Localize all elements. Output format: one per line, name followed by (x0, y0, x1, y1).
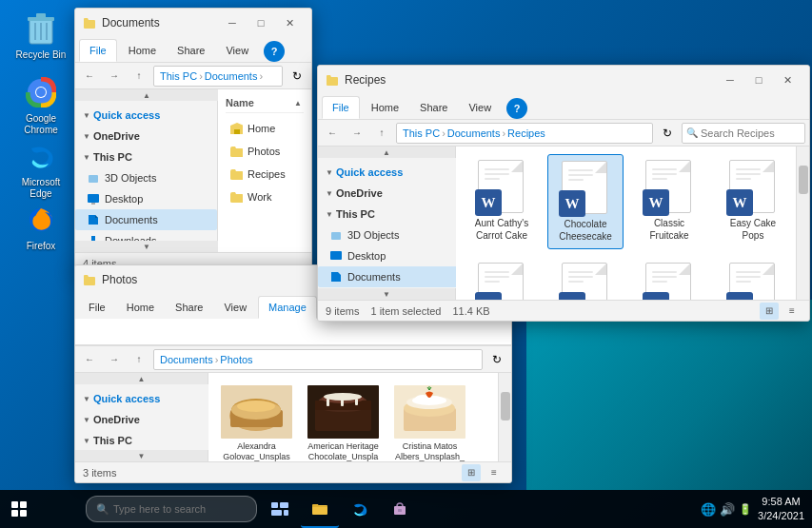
desktop-icon-chrome[interactable]: Google Chrome (8, 71, 74, 140)
tray-battery-icon[interactable]: 🔋 (739, 503, 752, 516)
tray-volume-icon[interactable]: 🔊 (720, 502, 735, 517)
documents-folder-recipes[interactable]: Recipes (226, 163, 304, 186)
start-button[interactable] (0, 490, 38, 528)
file-jeremys[interactable]: W Jeremy's Low-Fat Cheesecake (547, 257, 624, 300)
recipes-onedrive[interactable]: ▼ OneDrive (318, 183, 460, 204)
documents-breadcrumb[interactable]: This PC › Documents › (153, 66, 283, 87)
taskbar-store-btn[interactable] (381, 490, 419, 528)
documents-up-btn[interactable]: ↑ (129, 66, 149, 87)
desktop-icon-edge[interactable]: Microsoft Edge (8, 135, 74, 204)
breadcrumb-documents[interactable]: Documents (205, 70, 258, 82)
name-col-scroll[interactable]: ▲ (292, 97, 304, 108)
photos-tab-home[interactable]: Home (117, 296, 164, 319)
recipes-search-input[interactable] (701, 127, 786, 139)
recipes-quick-access[interactable]: ▼ Quick access (318, 162, 460, 183)
recipes-tab-share[interactable]: Share (410, 96, 457, 119)
recipes-tab-file[interactable]: File (322, 96, 360, 119)
photos-sidebar-scroll-down[interactable]: ▼ (75, 450, 208, 461)
photos-list-view-btn[interactable]: ≡ (485, 464, 504, 481)
taskbar-file-explorer-btn[interactable] (301, 490, 339, 528)
recipes-scrollbar-thumb[interactable] (799, 166, 808, 194)
documents-tab-share[interactable]: Share (168, 39, 214, 62)
photos-scrollbar-thumb[interactable] (501, 392, 510, 420)
sidebar-this-pc[interactable]: ▼ This PC (75, 147, 217, 167)
recipes-tab-view[interactable]: View (459, 96, 501, 119)
recipes-breadcrumb[interactable]: This PC › Documents › Recipes (396, 123, 653, 144)
breadcrumb-this-pc-recipes[interactable]: This PC (403, 127, 440, 139)
photos-sidebar-scroll-up[interactable]: ▲ (75, 373, 208, 384)
recipes-sidebar-documents[interactable]: Documents (318, 266, 460, 287)
file-german-chocolate[interactable]: W German Chocolate Cake (464, 257, 540, 300)
recipes-refresh-btn[interactable]: ↻ (657, 123, 678, 144)
recipes-maximize-btn[interactable]: □ (744, 66, 773, 94)
documents-help-btn[interactable]: ? (264, 41, 285, 62)
recipes-titlebar[interactable]: Recipes ─ □ ✕ (318, 66, 809, 94)
taskbar-task-view-btn[interactable] (261, 490, 299, 528)
recipes-scrollbar[interactable] (796, 147, 809, 300)
photo-item-1[interactable]: Alexandra Golovac_Unsplash_Pound Cake (218, 382, 295, 461)
photos-tab-manage[interactable]: Manage (258, 296, 317, 319)
photos-up-btn[interactable]: ↑ (129, 349, 149, 370)
sidebar-documents[interactable]: Documents (75, 209, 217, 230)
breadcrumb-recipes[interactable]: Recipes (507, 127, 545, 139)
sidebar-quick-access[interactable]: ▼ Quick access (75, 105, 217, 126)
file-triple-chocolate[interactable]: W Triple Chocolate Cake (715, 257, 791, 300)
taskbar-edge-btn[interactable] (341, 490, 379, 528)
breadcrumb-this-pc[interactable]: This PC (160, 70, 197, 82)
photo-item-2[interactable]: American Heritage Chocolate_Unsplash_Cho… (305, 382, 382, 461)
recipes-minimize-btn[interactable]: ─ (716, 66, 744, 94)
documents-folder-work[interactable]: Work (226, 186, 304, 208)
photos-onedrive[interactable]: ▼ OneDrive (75, 409, 217, 430)
documents-maximize-btn[interactable]: □ (247, 9, 275, 37)
tray-network-icon[interactable]: 🌐 (701, 502, 716, 517)
recipes-close-btn[interactable]: ✕ (773, 66, 802, 94)
sidebar-scroll-up[interactable]: ▲ (75, 89, 218, 101)
documents-titlebar[interactable]: Documents ─ □ ✕ (75, 9, 311, 37)
sidebar-onedrive[interactable]: ▼ OneDrive (75, 126, 217, 147)
photo-item-3[interactable]: Cristina Matos Albers_Unsplash_ Carrot C… (391, 382, 468, 461)
recipes-grid-view-btn[interactable]: ⊞ (760, 303, 779, 320)
documents-back-btn[interactable]: ← (79, 66, 100, 87)
recipes-this-pc[interactable]: ▼ This PC (318, 204, 460, 225)
breadcrumb-photos[interactable]: Photos (220, 354, 252, 365)
recipes-sidebar-desktop[interactable]: Desktop (318, 245, 460, 266)
recipes-help-btn[interactable]: ? (506, 98, 527, 119)
documents-close-btn[interactable]: ✕ (275, 9, 304, 37)
sidebar-scroll-down[interactable]: ▼ (75, 241, 218, 252)
recipes-tab-home[interactable]: Home (362, 96, 408, 119)
documents-tab-view[interactable]: View (216, 39, 258, 62)
photos-tab-share[interactable]: Share (166, 296, 212, 319)
breadcrumb-documents-photos[interactable]: Documents (160, 354, 213, 365)
documents-folder-home[interactable]: Home (226, 117, 304, 140)
documents-refresh-btn[interactable]: ↻ (287, 66, 307, 87)
photos-this-pc[interactable]: ▼ This PC (75, 430, 217, 450)
recipes-up-btn[interactable]: ↑ (371, 123, 392, 144)
photos-tab-view[interactable]: View (214, 296, 256, 319)
documents-tab-file[interactable]: File (79, 39, 117, 62)
documents-forward-btn[interactable]: → (104, 66, 125, 87)
sidebar-downloads[interactable]: Downloads (75, 230, 217, 241)
file-nanas[interactable]: W Nana's Pound Cake (631, 257, 707, 300)
documents-tab-home[interactable]: Home (119, 39, 166, 62)
photos-breadcrumb[interactable]: Documents › Photos (153, 349, 483, 370)
recipes-list-view-btn[interactable]: ≡ (782, 303, 802, 320)
photos-quick-access[interactable]: ▼ Quick access (75, 388, 217, 409)
file-easy-cake-pops[interactable]: W Easy Cake Pops (715, 154, 791, 249)
photos-back-btn[interactable]: ← (79, 349, 100, 370)
recipes-sidebar-scroll-up[interactable]: ▲ (318, 147, 455, 158)
tray-time[interactable]: 9:58 AM 3/24/2021 (758, 495, 804, 524)
sidebar-3d-objects[interactable]: 3D Objects (75, 167, 217, 188)
photos-tab-file[interactable]: File (79, 296, 115, 319)
photos-scrollbar[interactable] (498, 373, 511, 461)
file-classic-fruitcake[interactable]: W Classic Fruitcake (631, 154, 707, 249)
desktop-icon-recycle-bin[interactable]: Recycle Bin (8, 8, 74, 65)
recipes-forward-btn[interactable]: → (347, 123, 367, 144)
breadcrumb-documents-recipes[interactable]: Documents (447, 127, 501, 139)
photos-forward-btn[interactable]: → (104, 349, 125, 370)
desktop-icon-firefox[interactable]: Firefox (8, 199, 74, 256)
sidebar-desktop[interactable]: Desktop (75, 188, 217, 209)
recipes-back-btn[interactable]: ← (322, 123, 343, 144)
taskbar-search-box[interactable]: 🔍 (86, 496, 257, 522)
documents-minimize-btn[interactable]: ─ (218, 9, 247, 37)
recipes-sidebar-scroll-down[interactable]: ▼ (318, 288, 455, 300)
